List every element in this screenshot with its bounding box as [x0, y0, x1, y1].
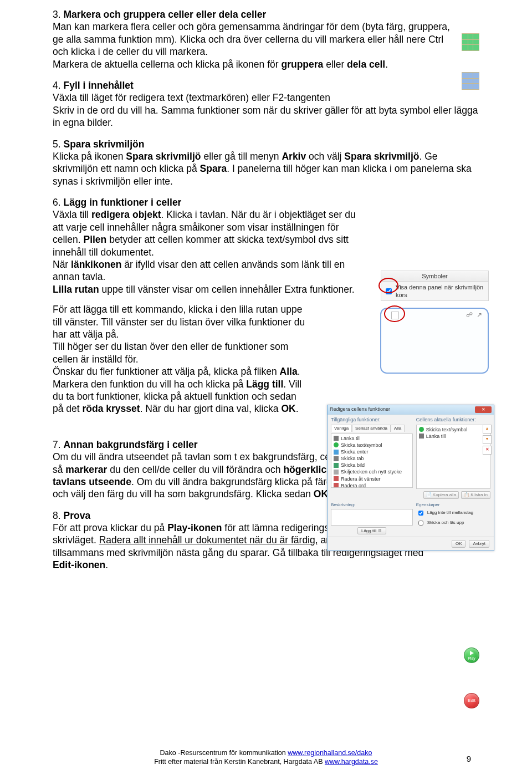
bold-term: Pilen [83, 234, 106, 245]
footer-link-2[interactable]: www.hargdata.se [325, 758, 378, 766]
send-image-icon [334, 463, 339, 468]
edit-cell-functions-dialog: Redigera cellens funktioner ✕ Tillgängli… [327, 405, 494, 551]
properties-label: Egenskaper [416, 502, 490, 508]
dialog-close-button[interactable]: ✕ [475, 406, 492, 413]
heading-text: Lägg in funktioner i celler [63, 197, 181, 208]
bold-term: röda krysset [83, 403, 140, 414]
bold-term: markerar [65, 464, 107, 475]
delete-left-icon [334, 476, 339, 481]
section-6-p1: Växla till redigera objekt. Klicka i tav… [53, 208, 369, 258]
text-run: . [105, 559, 108, 570]
delete-word-icon [334, 483, 339, 487]
section-6-p4: För att lägga till ett kommando, klicka … [53, 303, 308, 340]
play-icon: Play [464, 648, 479, 663]
list-item[interactable]: Skicka text/symbol [419, 426, 488, 433]
extra-functions-box-icon [391, 312, 399, 319]
move-up-button[interactable] [483, 425, 492, 434]
section-5: 5. Spara skrivmiljön Klicka på ikonen Sp… [53, 138, 479, 188]
column-header: Tillgängliga funktioner: [331, 417, 413, 424]
text-run: Önskar du fler funktioner att välja på, … [53, 366, 280, 377]
available-functions-list[interactable]: Länka till Skicka text/symbol Skicka ent… [331, 434, 413, 488]
section-3-p2: Markera de aktuella cellerna och klicka … [53, 58, 460, 70]
copy-all-button[interactable]: 📄 Kopiera alla [423, 491, 459, 499]
send-read-checkbox[interactable] [418, 521, 423, 526]
checkbox-label: Lägg inte till mellanslag [427, 510, 473, 516]
underlined-text: Radera allt innehåll ur dokumentet när d… [99, 534, 318, 546]
send-and-read-check[interactable]: Skicka och läs upp [416, 519, 490, 527]
cancel-button[interactable]: Avbryt [469, 540, 489, 548]
send-text-icon [334, 442, 339, 447]
no-space-checkbox[interactable] [418, 511, 423, 516]
description-textbox[interactable] [331, 509, 413, 526]
item-label: Skicka enter [341, 448, 369, 455]
icon-label: Edit [468, 698, 475, 703]
send-text-icon [419, 427, 424, 432]
column-header: Cellens aktuella funktioner: [416, 417, 490, 424]
list-item[interactable]: Skicka enter [334, 448, 410, 455]
text-run: . När du har gjort dina val, klicka [140, 403, 282, 414]
bold-term: Lilla rutan [53, 284, 99, 295]
icon-label: Play [468, 656, 475, 661]
section-4: 4. Fyll i innehållet Växla till läget fö… [53, 79, 479, 129]
list-item[interactable]: Skicka tab [334, 455, 410, 462]
dialog-title: Redigera cellens funktioner [330, 406, 390, 413]
paste-button[interactable]: 📋 Klistra in [461, 491, 490, 499]
text-run: . [385, 59, 388, 70]
add-function-button[interactable]: Lägg till 🗏 [357, 527, 386, 534]
heading-number: 6. [53, 197, 61, 208]
list-item[interactable]: Skicka text/symbol [334, 442, 410, 448]
split-cell-icon [462, 72, 479, 90]
bold-term: Arkiv [282, 151, 306, 162]
text-run: eller gå till menyn [201, 151, 282, 162]
heading-text: Markera och gruppera celler eller dela c… [63, 9, 266, 20]
dialog-bottom-bar: OK Avbryt [328, 537, 494, 550]
dialog-titlebar: Redigera cellens funktioner ✕ [328, 405, 494, 415]
description-area: Beskrivning: Lägg till 🗏 [331, 502, 413, 534]
section-6-p6: Önskar du fler funktioner att välja på, … [53, 365, 308, 415]
item-label: Skicka tab [341, 455, 364, 462]
link-to-icon [334, 436, 339, 441]
move-down-button[interactable] [483, 435, 492, 444]
link-to-icon [419, 434, 424, 439]
bold-term: Spara skrivmiljö [126, 151, 201, 162]
footer-link-1[interactable]: www.regionhalland.se/dako [288, 749, 372, 757]
bold-term: Alla [280, 366, 298, 377]
heading-text: Fyll i innehållet [63, 80, 133, 91]
bold-term: Spara [200, 163, 227, 174]
bold-term: Lägg till [246, 379, 283, 390]
send-enter-icon [334, 450, 339, 455]
tab-common[interactable]: Vanliga [331, 425, 352, 432]
text-run: . [296, 403, 299, 414]
current-functions-list[interactable]: Skicka text/symbol Länka till [416, 425, 490, 489]
list-item[interactable]: Länka till [334, 435, 410, 442]
item-label: Skicka bild [341, 462, 365, 468]
bold-term: Spara skrivmiljö [344, 151, 419, 162]
list-item[interactable]: Radera ord [334, 482, 410, 488]
bold-term: Play-ikonen [167, 522, 222, 533]
function-tabs: Vanliga Senast använda Alla [331, 425, 413, 432]
heading-text: Spara skrivmiljön [63, 139, 144, 150]
item-label: Länka till [341, 435, 361, 442]
tab-all[interactable]: Alla [391, 425, 405, 432]
current-functions-column: Cellens aktuella funktioner: Skicka text… [416, 417, 490, 500]
section-3: 3. Markera och gruppera celler eller del… [53, 8, 479, 70]
heading-number: 5. [53, 139, 61, 150]
list-item[interactable]: Skiljetecken och nytt stycke [334, 468, 410, 475]
ok-button[interactable]: OK [452, 540, 466, 548]
list-item[interactable]: Radera åt vänster [334, 476, 410, 482]
item-label: Skiljetecken och nytt stycke [341, 468, 402, 475]
punct-newpara-icon [334, 470, 339, 475]
send-arrow-icon: ↗ [477, 311, 482, 319]
no-space-check[interactable]: Lägg inte till mellanslag [416, 509, 490, 517]
list-item[interactable]: Länka till [419, 433, 488, 440]
section-5-heading: 5. Spara skrivmiljön [53, 138, 479, 150]
text-run: När [53, 259, 71, 270]
text-run: du den cell/de celler du vill förändra o… [107, 464, 283, 475]
tab-recent[interactable]: Senast använda [352, 425, 391, 432]
text-run: eller [323, 59, 347, 70]
symbols-panel-title: Symboler [381, 271, 489, 282]
list-item[interactable]: Skicka bild [334, 462, 410, 468]
send-tab-icon [334, 456, 339, 461]
properties-area: Egenskaper Lägg inte till mellanslag Ski… [416, 502, 490, 534]
remove-function-button[interactable]: ✕ [483, 446, 492, 455]
